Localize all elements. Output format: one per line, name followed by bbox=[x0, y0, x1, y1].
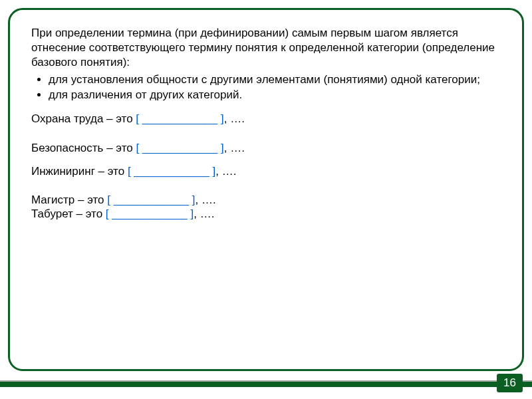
example-label: Инжиниринг – это bbox=[31, 165, 128, 178]
example-blank-bracket: [ ____________ ] bbox=[136, 142, 223, 154]
example-tail: , …. bbox=[215, 165, 236, 178]
example-line-3: Инжиниринг – это [ ____________ ], …. bbox=[31, 164, 501, 178]
footer-bar bbox=[0, 382, 532, 387]
example-label: Безопасность – это bbox=[31, 142, 136, 154]
example-tail: , …. bbox=[224, 112, 245, 125]
example-blank-bracket: [ ____________ ] bbox=[128, 165, 215, 178]
example-blank-bracket: [ ____________ ] bbox=[106, 207, 194, 220]
example-label: Табурет – это bbox=[31, 207, 106, 220]
example-tail: , …. bbox=[224, 142, 245, 154]
example-line-4: Магистр – это [ ____________ ], …. bbox=[31, 193, 237, 207]
example-blank-bracket: [ ____________ ] bbox=[136, 112, 223, 125]
content-frame: При определении термина (при дефинирован… bbox=[8, 8, 524, 371]
example-blank-bracket: [ ____________ ] bbox=[107, 194, 195, 206]
example-tail: , …. bbox=[196, 194, 216, 206]
example-label: Магистр – это bbox=[31, 194, 107, 206]
example-line-5: Табурет – это [ ____________ ], …. bbox=[31, 207, 237, 221]
slide: При определении термина (при дефинирован… bbox=[0, 0, 532, 399]
bullet-item: для установления общности с другими элем… bbox=[49, 72, 501, 87]
example-line-1: Охрана труда – это [ ____________ ], …. bbox=[31, 112, 501, 126]
bullet-list: для установления общности с другими элем… bbox=[31, 72, 501, 102]
example-line-2: Безопасность – это [ ____________ ], …. bbox=[31, 141, 501, 155]
bullet-item: для различения от других категорий. bbox=[49, 88, 501, 102]
intro-paragraph: При определении термина (при дефинирован… bbox=[31, 26, 501, 70]
example-tail: , …. bbox=[194, 207, 214, 220]
example-label: Охрана труда – это bbox=[31, 112, 136, 125]
page-number: 16 bbox=[497, 374, 523, 392]
